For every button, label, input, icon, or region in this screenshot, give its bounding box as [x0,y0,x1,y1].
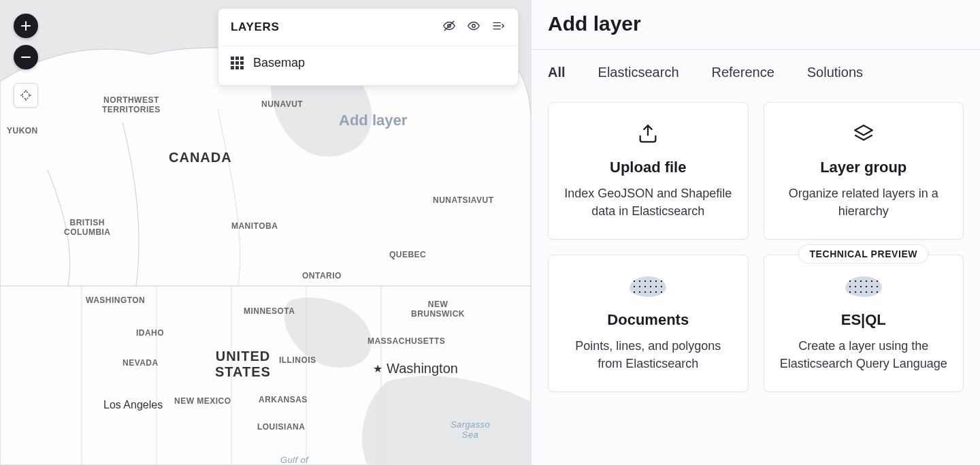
map-capital-dc: ★Washington [373,361,458,376]
tab-solutions[interactable]: Solutions [807,65,863,84]
minus-icon [20,52,31,63]
map-label-nb: NEW BRUNSWICK [411,300,465,319]
upload-icon [564,122,733,146]
map-label-manitoba: MANITOBA [231,221,278,231]
map-label-canada: CANADA [169,150,232,165]
map-capital-label: Washington [387,361,458,376]
add-layer-header: Add layer [532,0,980,49]
map-label-us: UNITED STATES [215,349,271,380]
card-title: ES|QL [779,311,949,329]
zoom-controls [14,14,38,108]
map-label-id: IDAHO [136,328,164,338]
map-label-nv: NEVADA [122,358,159,368]
tab-all[interactable]: All [548,65,566,84]
map-label-quebec: QUEBEC [389,250,426,259]
map-label-ma: MASSACHUSETTS [368,336,445,346]
card-title: Layer group [779,159,949,176]
eye-slash-icon[interactable] [442,18,457,36]
map-label-nm: NEW MEXICO [174,396,231,406]
map-label-nwterr: NORTHWEST TERRITORIES [102,95,161,114]
map-label-sargasso: Sargasso Sea [451,419,490,440]
grid-icon [231,57,244,69]
add-layer-title: Add layer [548,12,964,35]
zoom-out-button[interactable] [14,45,38,69]
layers-panel-title: LAYERS [231,20,442,34]
card-desc: Organize related layers in a hierarchy [779,185,949,220]
layer-source-tabs: All Elasticsearch Reference Solutions [532,50,980,90]
documents-icon [564,274,733,299]
map-label-yukon: YUKON [7,126,38,135]
map-label-ar: ARKANSAS [259,395,308,404]
map-label-mn: MINNESOTA [244,306,295,316]
eye-icon[interactable] [466,18,481,36]
map-label-bc: BRITISH COLUMBIA [64,218,111,237]
star-icon: ★ [373,362,382,375]
card-desc: Create a layer using the Elasticsearch Q… [779,337,949,372]
layers-icon [779,122,949,146]
locate-button[interactable] [14,83,38,108]
card-upload-file[interactable]: Upload file Index GeoJSON and Shapefile … [548,102,749,240]
map-label-ontario: ONTARIO [302,271,342,280]
card-desc: Points, lines, and polygons from Elastic… [564,337,733,372]
card-documents[interactable]: Documents Points, lines, and polygons fr… [548,255,749,392]
map-city-la: Los Angeles [103,399,163,411]
plus-icon [20,20,31,31]
tab-elasticsearch[interactable]: Elasticsearch [598,65,679,84]
map-label-il: ILLINOIS [279,355,316,365]
card-desc: Index GeoJSON and Shapefile data in Elas… [564,185,733,220]
map-label-nunavut: NUNAVUT [261,99,303,109]
map-label-gulf: Gulf of [280,455,308,465]
layer-item-basemap[interactable]: Basemap [218,46,518,85]
crosshair-icon [20,89,32,101]
card-esql[interactable]: TECHNICAL PREVIEW ES|QL Create a layer u… [764,255,964,392]
technical-preview-badge: TECHNICAL PREVIEW [798,244,929,263]
layers-panel-header: LAYERS [218,9,518,46]
map-viewport[interactable]: YUKON NORTHWEST TERRITORIES NUNAVUT CANA… [0,0,531,465]
svg-point-1 [22,92,29,99]
map-label-nunatsiavut: NUNATSIAVUT [433,195,494,205]
add-layer-panel: Add layer All Elasticsearch Reference So… [531,0,980,465]
layer-source-cards: Upload file Index GeoJSON and Shapefile … [532,90,980,404]
tab-reference[interactable]: Reference [712,65,774,84]
map-label-wa: WASHINGTON [86,295,145,305]
svg-point-3 [472,25,476,28]
add-layer-ghost-button[interactable]: Add layer [339,112,407,129]
card-title: Upload file [564,159,733,176]
layer-item-label: Basemap [253,56,305,70]
zoom-in-button[interactable] [14,14,38,38]
collapse-icon[interactable] [491,18,506,36]
card-title: Documents [564,311,733,329]
esql-icon [779,274,949,299]
card-layer-group[interactable]: Layer group Organize related layers in a… [764,102,964,240]
map-label-la-state: LOUISIANA [257,422,305,432]
layers-panel: LAYERS Basemap [218,8,519,86]
